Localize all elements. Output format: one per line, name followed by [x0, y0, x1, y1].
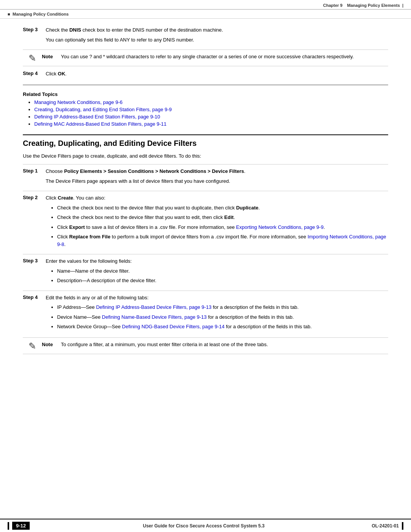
footer-bar-left	[8, 522, 9, 530]
list-item: Check the check box next to the device f…	[57, 214, 388, 221]
note-top: ✎ Note You can use ? and * wildcard char…	[23, 50, 388, 66]
related-link-1[interactable]: Managing Network Conditions, page 9-6	[34, 99, 123, 105]
step3-top-content: Check the DNIS check box to enter the DN…	[46, 26, 388, 46]
main-content: Step 3 Check the DNIS check box to enter…	[0, 19, 411, 366]
footer-bar-right	[402, 522, 403, 530]
thin-divider-4	[23, 291, 388, 291]
related-link-3[interactable]: Defining IP Address-Based End Station Fi…	[34, 114, 160, 120]
breadcrumb: ■ Managing Policy Conditions	[8, 12, 68, 16]
thin-divider-3	[23, 254, 388, 254]
note-bottom: ✎ Note To configure a filter, at a minim…	[23, 337, 388, 354]
related-topics-title: Related Topics	[23, 91, 388, 97]
thin-divider-2	[23, 191, 388, 191]
step4-bottom: Step 4 Edit the fields in any or all of …	[23, 294, 388, 333]
step3-bottom-content: Enter the values for the following field…	[46, 257, 388, 287]
step3-bottom-label: Step 3	[23, 257, 46, 264]
step2: Step 2 Click Create. You can also: Check…	[23, 194, 388, 250]
chapter-number: 9	[340, 3, 342, 8]
note-top-label: Note	[42, 53, 61, 59]
step4-bottom-content: Edit the fields in any or all of the fol…	[46, 294, 388, 333]
footer-page-num: 9-12	[12, 522, 30, 530]
list-item: Network Device Group—See Defining NDG-Ba…	[57, 323, 388, 331]
export-link[interactable]: Exporting Network Conditions, page 9-9	[236, 224, 323, 230]
footer-guide-title: User Guide for Cisco Secure Access Contr…	[36, 523, 372, 529]
step3-top-text1: Check the DNIS check box to enter the DN…	[46, 26, 388, 34]
step1-label: Step 1	[23, 168, 46, 174]
section-intro: Use the Device Filters page to create, d…	[23, 152, 388, 160]
divider-related	[23, 85, 388, 85]
step4-bottom-bullets: IP Address—See Defining IP Address-Based…	[46, 304, 388, 331]
list-item: Description—A description of the device …	[57, 277, 388, 284]
note-pencil-icon: ✎	[23, 53, 42, 63]
step3-top-text2: You can optionally set this field to ANY…	[46, 36, 388, 44]
list-item: Name—Name of the device filter.	[57, 267, 388, 275]
list-item: Managing Network Conditions, page 9-6	[34, 99, 388, 105]
step2-content: Click Create. You can also: Check the ch…	[46, 194, 388, 250]
note-bottom-label: Note	[42, 341, 61, 347]
step1-sub: The Device Filters page appears with a l…	[46, 177, 388, 185]
list-item: Device Name—See Defining Name-Based Devi…	[57, 313, 388, 321]
header-title: Managing Policy Elements	[347, 3, 400, 8]
section-heading: Creating, Duplicating, and Editing Devic…	[23, 134, 388, 148]
list-item: Check the check box next to the device f…	[57, 204, 388, 212]
chapter-info: Chapter 9 Managing Policy Elements |	[323, 3, 403, 8]
page-footer: 9-12 User Guide for Cisco Secure Access …	[0, 519, 411, 532]
related-link-2[interactable]: Creating, Duplicating, and Editing End S…	[34, 107, 172, 112]
step1-content: Choose Policy Elements > Session Conditi…	[46, 168, 388, 187]
related-topics: Related Topics Managing Network Conditio…	[23, 91, 388, 127]
note-bottom-pencil-icon: ✎	[23, 341, 42, 351]
step3-bottom: Step 3 Enter the values for the followin…	[23, 257, 388, 287]
step2-bullets: Check the check box next to the device f…	[46, 204, 388, 248]
list-item: Click Replace from File to perform a bul…	[57, 233, 388, 248]
related-link-4[interactable]: Defining MAC Address-Based End Station F…	[34, 121, 167, 127]
list-item: Click Export to save a list of device fi…	[57, 224, 388, 231]
step3-top-label: Step 3	[23, 26, 46, 32]
step4-top-content: Click OK.	[46, 70, 388, 80]
chapter-label: Chapter	[323, 3, 339, 8]
list-item: Defining MAC Address-Based End Station F…	[34, 121, 388, 127]
footer-doc-num: OL-24201-01	[372, 523, 399, 529]
step4-top-label: Step 4	[23, 70, 46, 76]
step3-top: Step 3 Check the DNIS check box to enter…	[23, 26, 388, 46]
note-bottom-text: To configure a filter, at a minimum, you…	[61, 341, 388, 348]
step1: Step 1 Choose Policy Elements > Session …	[23, 168, 388, 187]
list-item: IP Address—See Defining IP Address-Based…	[57, 304, 388, 311]
page-header: Chapter 9 Managing Policy Elements |	[0, 0, 411, 10]
step3-bottom-bullets: Name—Name of the device filter. Descript…	[46, 267, 388, 284]
step4-top: Step 4 Click OK.	[23, 70, 388, 80]
thin-divider-1	[23, 164, 388, 165]
step4-bottom-label: Step 4	[23, 294, 46, 300]
note-top-text: You can use ? and * wildcard characters …	[61, 53, 388, 61]
list-item: Defining IP Address-Based End Station Fi…	[34, 114, 388, 120]
related-topics-list: Managing Network Conditions, page 9-6 Cr…	[23, 99, 388, 127]
page-subheader: ■ Managing Policy Conditions	[0, 10, 411, 19]
step2-label: Step 2	[23, 194, 46, 200]
list-item: Creating, Duplicating, and Editing End S…	[34, 107, 388, 112]
